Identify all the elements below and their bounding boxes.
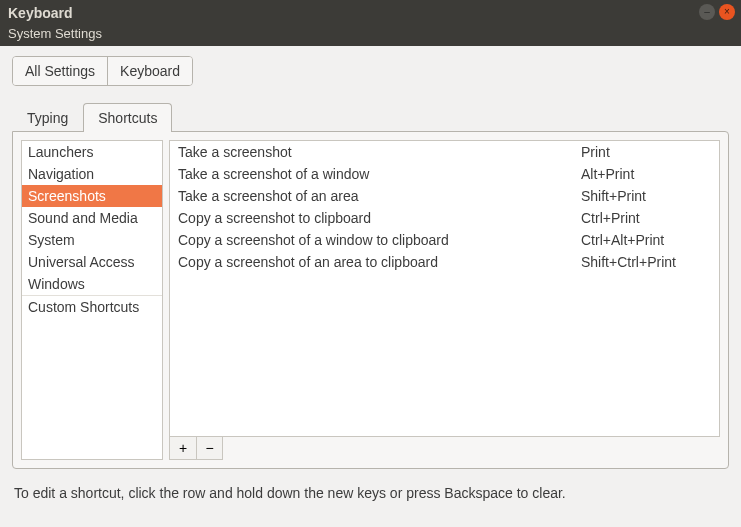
breadcrumb-bar: All Settings Keyboard: [0, 46, 741, 92]
shortcut-desc: Take a screenshot: [178, 144, 581, 160]
tab-shortcuts[interactable]: Shortcuts: [83, 103, 172, 132]
add-shortcut-button[interactable]: +: [170, 437, 196, 459]
category-custom-shortcuts[interactable]: Custom Shortcuts: [22, 296, 162, 318]
shortcut-area: Take a screenshot Print Take a screensho…: [169, 140, 720, 460]
shortcut-row[interactable]: Copy a screenshot of a window to clipboa…: [170, 229, 719, 251]
shortcut-desc: Take a screenshot of a window: [178, 166, 581, 182]
shortcut-row[interactable]: Take a screenshot of a window Alt+Print: [170, 163, 719, 185]
category-universal-access[interactable]: Universal Access: [22, 251, 162, 273]
all-settings-button[interactable]: All Settings: [13, 57, 107, 85]
minimize-button[interactable]: –: [699, 4, 715, 20]
add-remove-toolbar: + −: [169, 437, 223, 460]
category-launchers[interactable]: Launchers: [22, 141, 162, 163]
tab-typing[interactable]: Typing: [12, 103, 83, 132]
remove-shortcut-button[interactable]: −: [196, 437, 222, 459]
shortcut-keys: Alt+Print: [581, 166, 711, 182]
category-sidebar: Launchers Navigation Screenshots Sound a…: [21, 140, 163, 460]
breadcrumb: All Settings Keyboard: [12, 56, 193, 86]
category-system[interactable]: System: [22, 229, 162, 251]
shortcuts-panel: Launchers Navigation Screenshots Sound a…: [12, 131, 729, 469]
shortcut-keys: Shift+Ctrl+Print: [581, 254, 711, 270]
shortcut-keys: Ctrl+Print: [581, 210, 711, 226]
subtitle-text: System Settings: [8, 26, 102, 41]
shortcut-keys: Print: [581, 144, 711, 160]
shortcut-desc: Take a screenshot of an area: [178, 188, 581, 204]
shortcut-row[interactable]: Take a screenshot of an area Shift+Print: [170, 185, 719, 207]
shortcut-row[interactable]: Take a screenshot Print: [170, 141, 719, 163]
shortcut-row[interactable]: Copy a screenshot of an area to clipboar…: [170, 251, 719, 273]
category-windows[interactable]: Windows: [22, 273, 162, 295]
shortcut-keys: Ctrl+Alt+Print: [581, 232, 711, 248]
hint-text: To edit a shortcut, click the row and ho…: [0, 477, 741, 515]
shortcut-desc: Copy a screenshot of a window to clipboa…: [178, 232, 581, 248]
shortcut-desc: Copy a screenshot of an area to clipboar…: [178, 254, 581, 270]
window-controls: – ×: [699, 4, 735, 20]
shortcut-desc: Copy a screenshot to clipboard: [178, 210, 581, 226]
shortcut-row[interactable]: Copy a screenshot to clipboard Ctrl+Prin…: [170, 207, 719, 229]
category-screenshots[interactable]: Screenshots: [22, 185, 162, 207]
close-button[interactable]: ×: [719, 4, 735, 20]
subtitle-bar: System Settings: [0, 26, 741, 46]
breadcrumb-current[interactable]: Keyboard: [107, 57, 192, 85]
titlebar: Keyboard – ×: [0, 0, 741, 26]
shortcut-keys: Shift+Print: [581, 188, 711, 204]
tab-bar: Typing Shortcuts: [12, 102, 729, 131]
window-title: Keyboard: [8, 5, 73, 21]
shortcut-list: Take a screenshot Print Take a screensho…: [169, 140, 720, 437]
category-sound-and-media[interactable]: Sound and Media: [22, 207, 162, 229]
category-navigation[interactable]: Navigation: [22, 163, 162, 185]
